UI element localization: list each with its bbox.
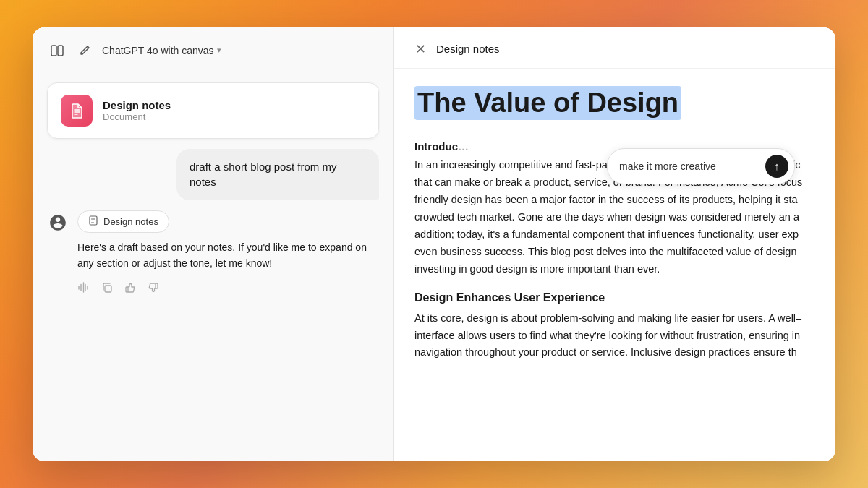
ai-response-row: Design notes Here's a draft based on you… [47, 210, 379, 296]
app-window: ChatGPT 4o with canvas ▾ Design note [33, 27, 835, 461]
left-panel: ChatGPT 4o with canvas ▾ Design note [33, 27, 394, 461]
copy-icon[interactable] [101, 282, 113, 296]
chat-content: Design notes Document draft a short blog… [33, 71, 393, 461]
document-type: Document [103, 111, 171, 122]
document-card[interactable]: Design notes Document [47, 82, 379, 139]
svg-rect-9 [105, 286, 111, 292]
inline-prompt-bar[interactable]: make it more creative ↑ [607, 148, 795, 184]
thumbs-down-icon[interactable] [148, 282, 159, 296]
document-info: Design notes Document [103, 99, 171, 122]
document-content: The Value of Design make it more creativ… [394, 69, 835, 461]
pill-doc-icon [88, 215, 98, 228]
section2-body: At its core, design is about problem-sol… [414, 310, 815, 362]
design-notes-pill[interactable]: Design notes [77, 210, 169, 233]
new-chat-icon[interactable] [75, 40, 95, 61]
audio-icon[interactable] [77, 281, 90, 296]
inline-prompt-text: make it more creative [619, 160, 760, 172]
document-icon [61, 95, 93, 127]
blog-title: The Value of Design [414, 86, 681, 121]
inline-prompt-submit-button[interactable]: ↑ [765, 155, 788, 178]
section2-heading: Design Enhances User Experience [414, 291, 815, 304]
ai-response-text: Here's a draft based on your notes. If y… [77, 240, 379, 271]
thumbs-up-icon[interactable] [124, 282, 136, 296]
chevron-down-icon: ▾ [217, 46, 221, 55]
svg-rect-0 [51, 46, 56, 56]
right-panel-header: ✕ Design notes [394, 27, 835, 69]
model-selector[interactable]: ChatGPT 4o with canvas ▾ [102, 45, 221, 56]
ai-response-content: Design notes Here's a draft based on you… [77, 210, 379, 296]
right-panel: ✕ Design notes The Value of Design make … [394, 27, 835, 461]
action-icons-row [77, 281, 379, 296]
sidebar-toggle-icon[interactable] [47, 40, 67, 61]
ai-avatar [47, 212, 69, 234]
close-panel-icon[interactable]: ✕ [412, 40, 429, 58]
svg-rect-1 [58, 46, 63, 56]
user-message-bubble: draft a short blog post from my notes [176, 149, 379, 201]
document-name: Design notes [103, 99, 171, 111]
right-panel-title: Design notes [436, 43, 500, 55]
left-header: ChatGPT 4o with canvas ▾ [33, 27, 393, 71]
pill-label: Design notes [103, 216, 158, 227]
